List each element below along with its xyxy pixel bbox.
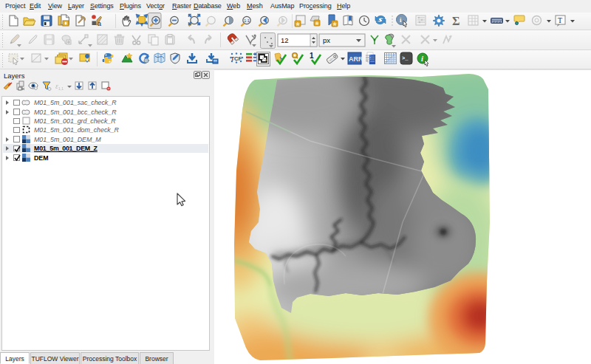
svg-text:1,1: 1,1	[58, 86, 64, 91]
svg-text:T: T	[558, 16, 562, 24]
svg-text:1:1: 1:1	[244, 18, 250, 23]
svg-text:Σ: Σ	[452, 15, 460, 27]
svg-text:px: px	[323, 36, 330, 44]
svg-text:12: 12	[281, 36, 289, 44]
svg-text:a: a	[98, 20, 101, 27]
svg-text:>_: >_	[402, 55, 409, 61]
svg-text:ARR: ARR	[349, 55, 363, 63]
svg-text:1: 1	[310, 52, 314, 60]
